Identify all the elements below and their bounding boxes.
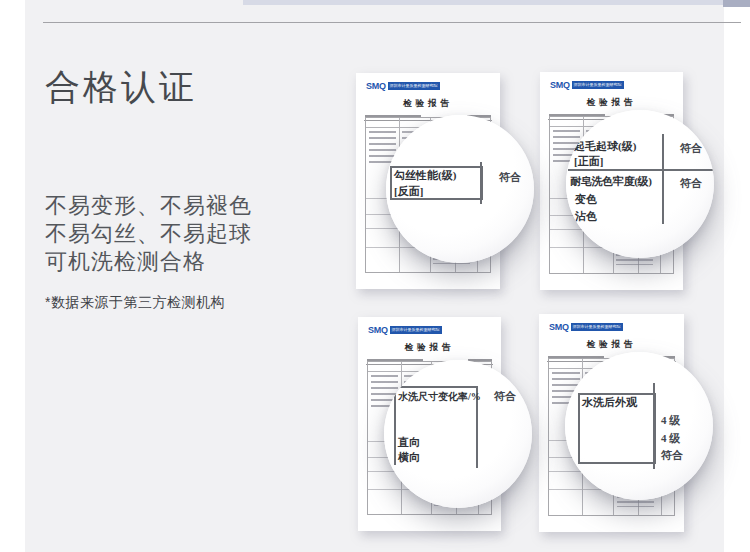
top-divider-line (43, 22, 741, 23)
table-column-line (480, 162, 482, 204)
test-direction-label: 直向 (398, 437, 420, 448)
test-grade: 4 级 (661, 433, 680, 444)
top-strip-end (723, 0, 750, 7)
feature-line: 不易变形、不易褪色 (45, 192, 252, 220)
feature-line: 不易勾丝、不易起球 (45, 220, 252, 248)
table-row-line (394, 386, 478, 388)
test-direction-label: 横向 (398, 452, 420, 463)
test-result: 符合 (494, 391, 516, 402)
smq-logo: SMQ (368, 326, 388, 335)
table-row-line (568, 169, 714, 171)
smq-logo: SMQ (549, 323, 569, 332)
section-title: 合格认证 (45, 64, 197, 111)
table-column-line (662, 134, 664, 224)
test-result: 符合 (680, 143, 702, 154)
test-item-label: 勾丝性能(级) (394, 170, 456, 181)
data-source-note: *数据来源于第三方检测机构 (45, 294, 225, 312)
test-side-label: [反面] (394, 186, 423, 197)
test-result: 符合 (680, 178, 702, 189)
smq-logo: SMQ (550, 81, 570, 90)
magnifier-lens-2: 起毛起球(级) [正面] 符合 耐皂洗色牢度(级) 变色 沾色 符合 (566, 110, 714, 258)
table-column-line (653, 383, 655, 469)
smq-logo-row: SMQ 深圳市计量质量检测研究院 (550, 80, 683, 90)
test-sub-label: 变色 (575, 194, 597, 205)
smq-org-name: 深圳市计量质量检测研究院 (388, 82, 440, 90)
feature-line: 可机洗检测合格 (45, 248, 252, 276)
test-item-label: 水洗尺寸变化率/% (398, 392, 481, 402)
table-cell-left-line (394, 387, 396, 465)
test-item-label: 水洗后外观 (582, 397, 637, 408)
smq-org-name: 深圳市计量质量检测研究院 (572, 81, 624, 89)
smq-logo: SMQ (366, 82, 386, 91)
test-item-label: 耐皂洗色牢度(级) (570, 176, 652, 187)
test-sub-label: 沾色 (575, 211, 597, 222)
smq-logo-row: SMQ 深圳市计量质量检测研究院 (366, 81, 500, 91)
smq-logo-row: SMQ 深圳市计量质量检测研究院 (368, 325, 501, 335)
smq-org-name: 深圳市计量质量检测研究院 (390, 326, 442, 334)
magnifier-lens-3: 水洗尺寸变化率/% 符合 直向 横向 (384, 360, 532, 508)
top-strip (243, 0, 724, 5)
test-result: 符合 (661, 450, 683, 461)
magnifier-lens-1: 勾丝性能(级) [反面] 符合 (386, 115, 534, 263)
report-title: 检验报告 (356, 98, 500, 110)
report-title: 检验报告 (358, 342, 501, 354)
test-grade: 4 级 (661, 415, 680, 426)
report-title: 检验报告 (539, 339, 684, 351)
test-item-label: 起毛起球(级) (574, 141, 636, 152)
report-title: 检验报告 (540, 97, 683, 109)
test-side-label: [正面] (574, 156, 603, 167)
magnifier-lens-4: 水洗后外观 4 级 4 级 符合 (565, 352, 713, 500)
test-result: 符合 (499, 172, 521, 183)
feature-list: 不易变形、不易褪色 不易勾丝、不易起球 可机洗检测合格 (45, 192, 252, 276)
smq-logo-row: SMQ 深圳市计量质量检测研究院 (549, 322, 684, 332)
smq-org-name: 深圳市计量质量检测研究院 (571, 323, 623, 331)
